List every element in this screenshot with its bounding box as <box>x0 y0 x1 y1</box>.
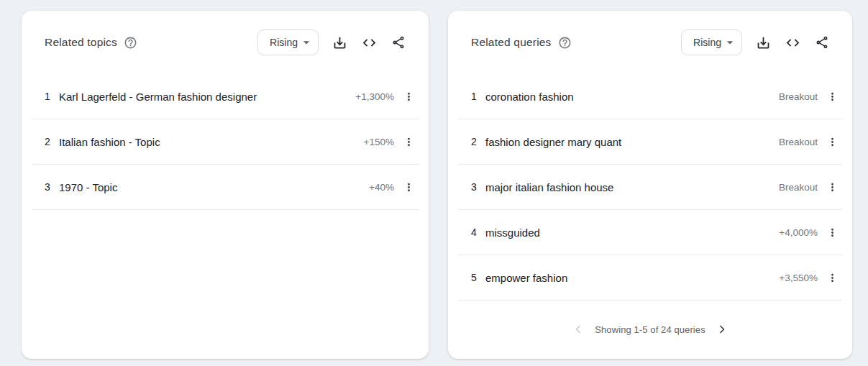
help-icon <box>124 36 137 50</box>
pagination: Showing 1-5 of 24 queries <box>448 301 852 358</box>
title-wrap: Related topics <box>45 36 137 50</box>
more-vert-icon <box>403 181 415 193</box>
chevron-down-icon <box>299 35 314 50</box>
help-button[interactable] <box>124 36 137 50</box>
download-icon <box>332 35 347 50</box>
download-button[interactable] <box>754 34 772 51</box>
list-item[interactable]: 3 major italian fashion house Breakout <box>458 165 842 210</box>
more-vert-icon <box>826 136 839 148</box>
share-icon <box>391 35 406 50</box>
more-vert-icon <box>826 91 839 103</box>
more-options-button[interactable] <box>400 88 417 105</box>
dropdown-value: Rising <box>270 37 298 48</box>
row-rank: 1 <box>471 91 482 102</box>
row-rank: 3 <box>471 181 482 193</box>
row-value: +40% <box>369 182 394 193</box>
row-label: missguided <box>485 227 540 239</box>
row-value: +3,550% <box>779 273 818 283</box>
row-value: Breakout <box>779 137 818 147</box>
download-button[interactable] <box>331 34 348 51</box>
more-options-button[interactable] <box>400 178 417 196</box>
row-value: +4,000% <box>779 227 818 238</box>
row-rank: 3 <box>45 181 55 193</box>
topics-list: 1 Karl Lagerfeld - German fashion design… <box>32 74 419 210</box>
row-value: Breakout <box>779 91 818 102</box>
list-item[interactable]: 2 Italian fashion - Topic +150% <box>32 119 419 165</box>
more-options-button[interactable] <box>400 133 417 150</box>
next-page-button[interactable] <box>714 321 730 337</box>
list-item[interactable]: 1 Karl Lagerfeld - German fashion design… <box>32 74 419 119</box>
share-icon <box>815 35 829 50</box>
row-rank: 2 <box>45 136 55 147</box>
more-vert-icon <box>826 227 839 239</box>
pagination-status: Showing 1-5 of 24 queries <box>595 324 705 335</box>
row-rank: 1 <box>45 91 55 102</box>
row-label: coronation fashion <box>485 91 574 103</box>
more-options-button[interactable] <box>823 88 841 105</box>
row-label: empower fashion <box>485 272 567 284</box>
chevron-down-icon <box>723 35 737 50</box>
share-button[interactable] <box>390 34 407 51</box>
related-topics-header: Related topics Rising <box>22 11 429 55</box>
more-options-button[interactable] <box>823 224 841 241</box>
title-wrap: Related queries <box>471 36 572 50</box>
related-queries-panel: Related queries Rising <box>448 11 852 359</box>
help-button[interactable] <box>558 36 572 50</box>
related-queries-header: Related queries Rising <box>448 11 852 55</box>
row-label: Karl Lagerfeld - German fashion designer <box>59 91 257 103</box>
chevron-right-icon <box>715 322 729 337</box>
embed-button[interactable] <box>784 34 801 51</box>
embed-button[interactable] <box>360 34 378 51</box>
code-icon <box>785 35 800 50</box>
more-options-button[interactable] <box>823 133 841 150</box>
row-label: major italian fashion house <box>485 181 613 193</box>
chevron-left-icon <box>571 322 585 337</box>
list-item[interactable]: 1 coronation fashion Breakout <box>458 74 842 119</box>
row-rank: 2 <box>471 136 482 147</box>
more-vert-icon <box>826 181 839 193</box>
more-vert-icon <box>826 272 839 284</box>
more-options-button[interactable] <box>823 178 841 196</box>
topics-metric-dropdown[interactable]: Rising <box>257 29 319 55</box>
dropdown-value: Rising <box>693 37 721 48</box>
row-rank: 4 <box>471 227 482 238</box>
row-value: +1,300% <box>355 91 394 102</box>
related-topics-panel: Related topics Rising <box>22 11 429 359</box>
queries-list: 1 coronation fashion Breakout 2 fashion … <box>458 74 842 301</box>
panel-title: Related topics <box>45 36 117 49</box>
prev-page-button[interactable] <box>570 321 586 337</box>
row-value: +150% <box>364 137 394 147</box>
help-icon <box>558 36 572 50</box>
panel-title: Related queries <box>471 36 552 49</box>
code-icon <box>362 35 377 50</box>
more-vert-icon <box>403 136 415 148</box>
trends-widgets-canvas: Related topics Rising <box>0 0 868 366</box>
row-label: fashion designer mary quant <box>485 136 621 148</box>
list-item[interactable]: 5 empower fashion +3,550% <box>458 255 842 301</box>
download-icon <box>756 35 771 50</box>
more-vert-icon <box>403 91 415 103</box>
list-item[interactable]: 2 fashion designer mary quant Breakout <box>458 119 842 165</box>
row-rank: 5 <box>471 272 482 283</box>
row-label: Italian fashion - Topic <box>59 136 160 148</box>
more-options-button[interactable] <box>823 269 841 286</box>
list-item[interactable]: 3 1970 - Topic +40% <box>32 165 419 210</box>
share-button[interactable] <box>813 34 831 51</box>
row-value: Breakout <box>779 182 818 193</box>
queries-metric-dropdown[interactable]: Rising <box>681 29 742 55</box>
list-item[interactable]: 4 missguided +4,000% <box>458 210 842 255</box>
row-label: 1970 - Topic <box>59 181 117 193</box>
